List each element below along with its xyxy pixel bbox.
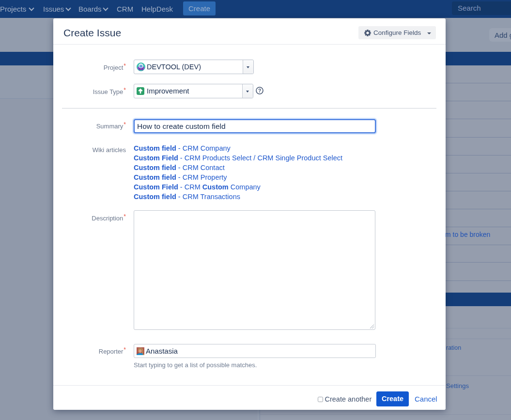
svg-text:Add g: Add g — [495, 31, 511, 39]
svg-text:?: ? — [258, 88, 261, 93]
